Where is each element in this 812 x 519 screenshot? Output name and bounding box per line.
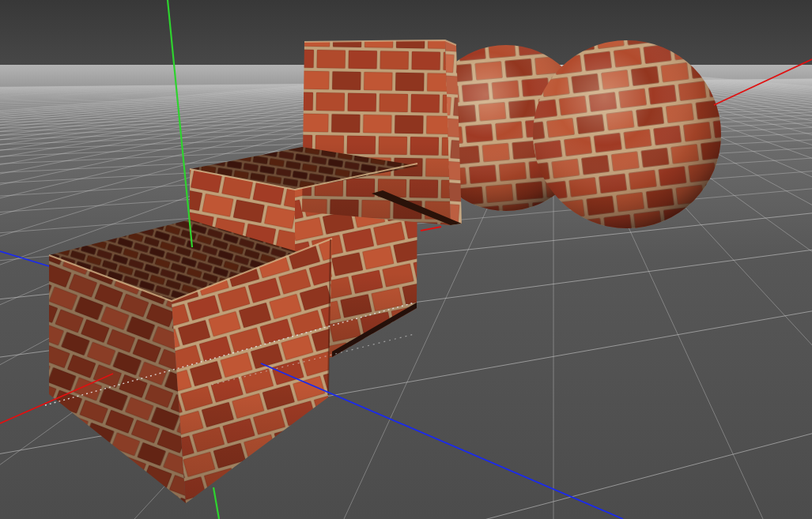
brick-cube-floating[interactable]: [302, 40, 462, 225]
brick-sphere-front[interactable]: [533, 40, 721, 228]
viewport-3d[interactable]: [0, 0, 812, 519]
viewport-3d-canvas[interactable]: [0, 0, 812, 519]
